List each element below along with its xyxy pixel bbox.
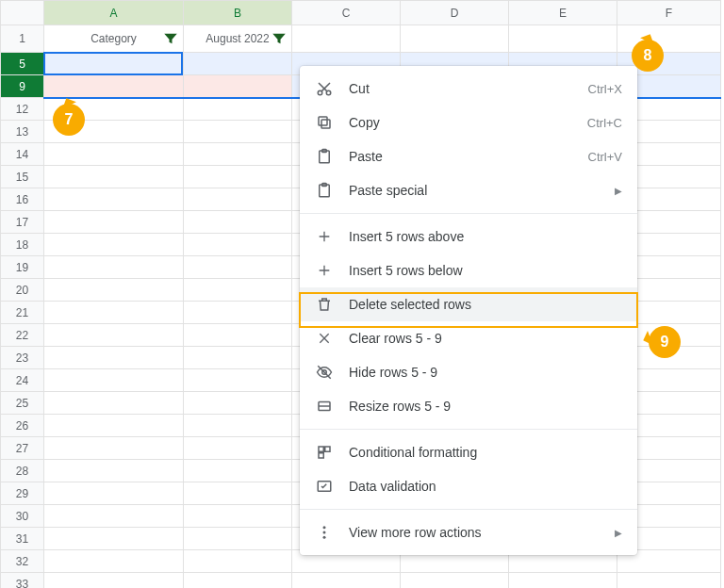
trash-icon <box>315 295 334 314</box>
row-header[interactable]: 13 <box>1 121 44 143</box>
copy-icon <box>315 113 334 132</box>
menu-label: Copy <box>349 115 587 130</box>
col-header-a[interactable]: A <box>44 1 184 25</box>
callout-9: 9 <box>649 326 681 358</box>
filter-icon[interactable] <box>271 30 288 47</box>
menu-label: Paste special <box>349 183 615 198</box>
row-header[interactable]: 19 <box>1 256 44 279</box>
svg-rect-10 <box>319 447 323 451</box>
header-cell-august[interactable]: August 2022 <box>184 25 292 53</box>
chevron-right-icon: ▶ <box>615 528 622 538</box>
col-header-d[interactable]: D <box>401 1 509 25</box>
row-header[interactable]: 24 <box>1 369 44 392</box>
row-header[interactable]: 29 <box>1 482 44 505</box>
row-header[interactable]: 18 <box>1 234 44 256</box>
svg-rect-3 <box>319 117 327 125</box>
menu-more-row-actions[interactable]: View more row actions ▶ <box>300 515 637 549</box>
menu-delete-selected-rows[interactable]: Delete selected rows <box>300 287 637 321</box>
menu-insert-above[interactable]: Insert 5 rows above <box>300 220 637 253</box>
svg-point-1 <box>326 90 331 95</box>
menu-shortcut: Ctrl+C <box>587 116 622 130</box>
col-header-c[interactable]: C <box>292 1 401 25</box>
row-header[interactable]: 30 <box>1 505 44 528</box>
row-header[interactable]: 28 <box>1 460 44 482</box>
paste-icon <box>315 147 334 166</box>
more-vertical-icon <box>315 523 334 542</box>
menu-shortcut: Ctrl+V <box>588 150 622 164</box>
menu-insert-below[interactable]: Insert 5 rows below <box>300 253 637 287</box>
svg-rect-11 <box>325 447 330 451</box>
row-header[interactable]: 16 <box>1 188 44 211</box>
menu-label: Resize rows 5 - 9 <box>349 399 622 414</box>
col-header-e[interactable]: E <box>509 1 617 25</box>
header-label: August 2022 <box>206 32 269 45</box>
row-header[interactable]: 21 <box>1 302 44 324</box>
menu-shortcut: Ctrl+X <box>588 82 622 96</box>
resize-icon <box>315 397 334 416</box>
row-header[interactable]: 23 <box>1 347 44 369</box>
select-all-corner[interactable] <box>1 1 44 25</box>
table-row: 33 <box>1 573 721 589</box>
paste-special-icon <box>315 181 334 200</box>
row-header[interactable]: 26 <box>1 415 44 437</box>
row-header[interactable]: 17 <box>1 211 44 234</box>
col-header-b[interactable]: B <box>184 1 292 25</box>
menu-paste[interactable]: Paste Ctrl+V <box>300 139 637 173</box>
row-header[interactable]: 32 <box>1 550 44 573</box>
row-header[interactable]: 33 <box>1 573 44 589</box>
svg-point-0 <box>318 90 322 95</box>
col-header-f[interactable]: F <box>617 1 721 25</box>
row-header[interactable]: 22 <box>1 324 44 347</box>
chevron-right-icon: ▶ <box>615 186 622 196</box>
svg-rect-12 <box>319 453 323 458</box>
close-icon <box>315 329 334 348</box>
menu-label: Delete selected rows <box>349 297 622 312</box>
menu-label: Insert 5 rows above <box>349 229 622 244</box>
menu-label: Paste <box>349 149 588 164</box>
callout-8: 8 <box>632 40 664 72</box>
menu-label: View more row actions <box>349 525 615 540</box>
svg-point-16 <box>323 536 326 539</box>
menu-label: Insert 5 rows below <box>349 263 622 278</box>
data-validation-icon <box>315 477 334 496</box>
row-header[interactable]: 31 <box>1 528 44 550</box>
conditional-formatting-icon <box>315 443 334 462</box>
menu-data-validation[interactable]: Data validation <box>300 469 637 503</box>
svg-point-14 <box>323 526 326 529</box>
menu-resize-rows[interactable]: Resize rows 5 - 9 <box>300 389 637 423</box>
cut-icon <box>315 79 334 98</box>
row-1[interactable]: 1 Category August 2022 <box>1 25 721 53</box>
callout-7: 7 <box>53 104 85 136</box>
row-header[interactable]: 27 <box>1 437 44 460</box>
menu-clear-rows[interactable]: Clear rows 5 - 9 <box>300 321 637 355</box>
row-header[interactable]: 15 <box>1 166 44 188</box>
row-header[interactable]: 1 <box>1 25 44 53</box>
context-menu: Cut Ctrl+X Copy Ctrl+C Paste Ctrl+V Past… <box>300 66 637 555</box>
menu-hide-rows[interactable]: Hide rows 5 - 9 <box>300 355 637 389</box>
row-header[interactable]: 25 <box>1 392 44 415</box>
header-label: Category <box>90 32 137 45</box>
menu-label: Clear rows 5 - 9 <box>349 331 622 346</box>
menu-cut[interactable]: Cut Ctrl+X <box>300 72 637 106</box>
eye-off-icon <box>315 363 334 382</box>
menu-conditional-formatting[interactable]: Conditional formatting <box>300 435 637 469</box>
svg-point-15 <box>323 531 326 534</box>
menu-label: Hide rows 5 - 9 <box>349 365 622 380</box>
menu-separator <box>300 509 637 510</box>
menu-separator <box>300 213 637 214</box>
row-header[interactable]: 14 <box>1 143 44 166</box>
plus-icon <box>315 261 334 280</box>
row-header[interactable]: 9 <box>1 75 44 98</box>
menu-label: Conditional formatting <box>349 445 622 460</box>
row-header[interactable]: 20 <box>1 279 44 302</box>
filter-icon[interactable] <box>162 30 179 47</box>
menu-copy[interactable]: Copy Ctrl+C <box>300 106 637 139</box>
header-cell-category[interactable]: Category <box>44 25 184 53</box>
plus-icon <box>315 227 334 246</box>
svg-rect-2 <box>321 120 330 128</box>
row-header[interactable]: 5 <box>1 53 44 75</box>
menu-label: Cut <box>349 81 588 96</box>
menu-paste-special[interactable]: Paste special ▶ <box>300 173 637 207</box>
row-header[interactable]: 12 <box>1 98 44 121</box>
menu-label: Data validation <box>349 479 622 494</box>
